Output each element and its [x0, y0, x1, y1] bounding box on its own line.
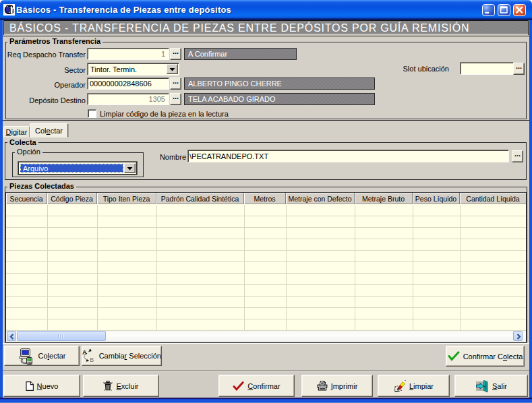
svg-text:B: B — [90, 356, 94, 363]
